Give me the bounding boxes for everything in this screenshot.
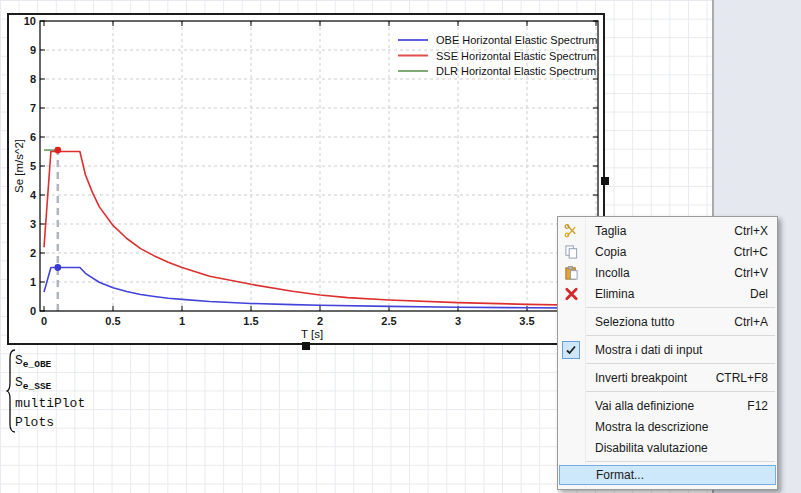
- menu-item-mostra-descrizione[interactable]: Mostra la descrizione: [558, 416, 777, 437]
- menu-item-label: Taglia: [595, 224, 626, 238]
- menu-item-mostra-dati-input[interactable]: Mostra i dati di input: [558, 339, 777, 360]
- menu-item-label: Format...: [596, 468, 644, 482]
- menu-item-elimina[interactable]: Elimina Del: [558, 283, 777, 304]
- svg-text:DLR Horizontal Elastic Spectru: DLR Horizontal Elastic Spectrum: [436, 65, 596, 77]
- svg-text:0.5: 0.5: [105, 315, 120, 327]
- svg-text:4: 4: [30, 189, 37, 201]
- menu-item-label: Inverti breakpoint: [595, 371, 687, 385]
- menu-item-shortcut: Ctrl+V: [734, 266, 768, 280]
- svg-text:OBE Horizontal Elastic Spectru: OBE Horizontal Elastic Spectrum: [436, 34, 597, 46]
- expression-block: Se_OBE Se_SSE multiPlot Plots: [15, 351, 85, 433]
- expression-base: S: [15, 375, 23, 390]
- menu-item-label: Vai alla definizione: [595, 399, 694, 413]
- svg-text:5: 5: [30, 160, 36, 172]
- svg-text:6: 6: [30, 131, 36, 143]
- menu-separator: [586, 307, 775, 308]
- menu-item-vai-alla-definizione[interactable]: Vai alla definizione F12: [558, 395, 777, 416]
- menu-item-incolla[interactable]: Incolla Ctrl+V: [558, 262, 777, 283]
- menu-item-taglia[interactable]: Taglia Ctrl+X: [558, 220, 777, 241]
- delete-icon: [563, 285, 580, 302]
- scissors-icon: [563, 222, 580, 239]
- menu-item-shortcut: Ctrl+A: [734, 315, 768, 329]
- menu-item-label: Mostra i dati di input: [595, 343, 702, 357]
- menu-item-label: Incolla: [595, 266, 630, 280]
- svg-text:2.5: 2.5: [381, 315, 396, 327]
- menu-item-label: Seleziona tutto: [595, 315, 674, 329]
- checked-checkbox-icon: [562, 341, 580, 359]
- menu-item-shortcut: Ctrl+X: [734, 224, 768, 238]
- menu-item-format[interactable]: Format...: [559, 465, 776, 485]
- svg-text:3: 3: [455, 315, 461, 327]
- svg-text:1: 1: [30, 276, 36, 288]
- menu-item-seleziona-tutto[interactable]: Seleziona tutto Ctrl+A: [558, 311, 777, 332]
- menu-item-shortcut: CTRL+F8: [716, 371, 768, 385]
- expression-se-obe[interactable]: Se_OBE: [15, 351, 85, 373]
- svg-text:Se [m/s^2]: Se [m/s^2]: [13, 139, 25, 193]
- menu-item-copia[interactable]: Copia Ctrl+C: [558, 241, 777, 262]
- expression-se-sse[interactable]: Se_SSE: [15, 373, 85, 395]
- svg-text:7: 7: [30, 102, 36, 114]
- svg-text:9: 9: [30, 44, 36, 56]
- menu-item-disabilita-valutazione[interactable]: Disabilita valutazione: [558, 437, 777, 458]
- menu-separator: [586, 335, 775, 336]
- expression-plots[interactable]: Plots: [15, 414, 85, 433]
- menu-separator: [586, 363, 775, 364]
- svg-text:1: 1: [179, 315, 185, 327]
- smath-worksheet: 00.511.522.533.5012345678910T [s]Se [m/s…: [0, 0, 801, 493]
- menu-item-label: Mostra la descrizione: [595, 420, 708, 434]
- expression-text: Plots: [15, 415, 54, 430]
- svg-text:3.5: 3.5: [519, 315, 534, 327]
- expression-base: S: [15, 353, 23, 368]
- svg-text:1.5: 1.5: [243, 315, 258, 327]
- spectrum-chart: 00.511.522.533.5012345678910T [s]Se [m/s…: [9, 15, 603, 343]
- svg-text:0: 0: [30, 305, 36, 317]
- copy-icon: [563, 243, 580, 260]
- svg-text:T [s]: T [s]: [301, 328, 323, 340]
- svg-text:2: 2: [30, 247, 36, 259]
- context-menu: Taglia Ctrl+X Copia Ctrl+C Incolla Ctrl+…: [557, 216, 778, 490]
- svg-text:10: 10: [24, 15, 36, 27]
- svg-text:2: 2: [317, 315, 323, 327]
- resize-handle-bottom[interactable]: [302, 342, 310, 350]
- paste-icon: [563, 264, 580, 281]
- menu-item-shortcut: F12: [747, 399, 768, 413]
- expression-subscript: e_SSE: [23, 381, 52, 392]
- menu-separator: [586, 461, 775, 462]
- svg-text:0: 0: [41, 315, 47, 327]
- menu-separator: [586, 391, 775, 392]
- menu-item-shortcut: Ctrl+C: [734, 245, 768, 259]
- expression-multiplot[interactable]: multiPlot: [15, 395, 85, 414]
- expression-text: multiPlot: [15, 396, 85, 411]
- resize-handle-right[interactable]: [601, 177, 609, 185]
- svg-text:8: 8: [30, 73, 36, 85]
- menu-item-label: Disabilita valutazione: [595, 441, 708, 455]
- plot-region[interactable]: 00.511.522.533.5012345678910T [s]Se [m/s…: [7, 13, 605, 345]
- svg-text:3: 3: [30, 218, 36, 230]
- menu-item-inverti-breakpoint[interactable]: Inverti breakpoint CTRL+F8: [558, 367, 777, 388]
- menu-item-label: Elimina: [595, 287, 634, 301]
- menu-item-label: Copia: [595, 245, 626, 259]
- svg-text:SSE Horizontal Elastic Spectru: SSE Horizontal Elastic Spectrum: [436, 50, 596, 62]
- expression-subscript: e_OBE: [23, 359, 52, 370]
- menu-item-shortcut: Del: [750, 287, 768, 301]
